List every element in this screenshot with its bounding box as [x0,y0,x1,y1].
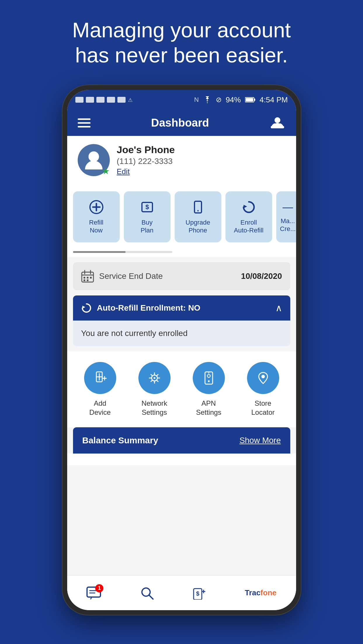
service-end-date-value: 10/08/2020 [241,272,282,281]
notification-icon-4 [107,97,115,103]
enroll-auto-refill-button[interactable]: EnrollAuto-Refill [225,191,272,242]
wifi-icon [203,96,212,103]
svg-marker-25 [82,306,85,309]
add-device-circle [84,362,116,394]
auto-refill-section: Auto-Refill Enrollment: NO ∧ You are not… [73,295,290,346]
bottom-navigation: 1 $ [67,575,296,610]
auto-refill-icon [81,303,92,313]
quick-actions-bar: RefillNow $ BuyPlan [67,184,296,249]
svg-point-3 [275,117,280,123]
store-locator-item[interactable]: StoreLocator [247,362,279,417]
svg-text:$: $ [145,203,149,211]
svg-point-42 [207,374,210,377]
user-support-icon[interactable] [270,115,285,131]
refill-nav-icon: $ [192,586,206,600]
buy-plan-icon: $ [140,200,155,215]
svg-point-6 [88,151,99,162]
svg-point-44 [208,380,210,382]
nfc-icon: N [194,96,199,104]
svg-rect-1 [254,99,255,101]
auto-refill-body: You are not currently enrolled [73,321,290,346]
messages-icon-container: 1 [86,587,101,599]
page-title: Dashboard [151,117,209,129]
search-nav-item[interactable] [140,586,154,600]
auto-refill-header[interactable]: Auto-Refill Enrollment: NO ∧ [73,295,290,321]
notification-icon-1 [75,97,84,103]
service-end-date-card: Service End Date 10/08/2020 [73,262,290,290]
svg-rect-22 [90,277,92,279]
buy-plan-label: BuyPlan [140,219,153,234]
avatar-container: ★ [78,144,110,176]
notification-icon-2 [86,97,94,103]
hero-text: Managing your account has never been eas… [0,18,363,68]
svg-line-40 [151,380,152,382]
phone-device: ⚠ N ⊘ 94% [62,85,301,615]
svg-text:$: $ [196,590,199,597]
feature-icons-section: AddDevice [67,351,296,427]
add-device-label: AddDevice [89,399,111,417]
messages-nav-item[interactable]: 1 [86,587,101,599]
nav-bar: Dashboard [67,110,296,136]
refill-nav-item[interactable]: $ [192,586,206,600]
svg-line-37 [151,374,152,376]
svg-rect-2 [246,98,253,102]
edit-profile-link[interactable]: Edit [117,167,286,176]
store-locator-circle [247,362,279,394]
svg-rect-41 [205,372,213,384]
svg-point-32 [154,377,155,379]
network-settings-circle [138,362,171,394]
svg-rect-5 [282,126,284,128]
status-bar: ⚠ N ⊘ 94% [67,90,296,110]
notification-icon-5 [117,97,126,103]
message-badge: 1 [95,584,103,592]
buy-plan-button[interactable]: $ BuyPlan [124,191,171,242]
hero-line2: has never been easier. [75,43,288,67]
status-right: N ⊘ 94% 4:54 P [194,95,288,104]
tracfone-brand-logo: Tracfone [245,588,276,597]
favorite-star-icon: ★ [102,166,110,176]
status-icons-left: ⚠ [75,97,136,103]
auto-refill-message: You are not currently enrolled [81,329,188,338]
svg-line-38 [157,380,158,382]
auto-refill-chevron-icon: ∧ [275,302,282,314]
svg-line-51 [149,595,153,599]
upgrade-phone-button[interactable]: UpgradePhone [175,191,221,242]
tracfone-logo-nav[interactable]: Tracfone [245,588,276,597]
search-icon [140,586,154,600]
refill-now-icon [89,200,104,215]
apn-settings-item[interactable]: APNSettings [193,362,225,417]
manage-credit-button[interactable]: — Ma...Cre... [276,191,296,242]
svg-rect-20 [84,277,85,279]
hamburger-menu[interactable] [78,118,91,127]
notification-icon-3 [96,97,105,103]
battery-text: 94% [226,95,241,104]
service-end-label: Service End Date [99,272,163,281]
auto-refill-title: Auto-Refill Enrollment: NO [97,303,201,313]
svg-marker-15 [244,205,247,208]
network-settings-label: NetworkSettings [141,399,167,417]
upgrade-phone-label: UpgradePhone [185,219,210,234]
warning-icon: ⚠ [128,97,136,103]
show-more-button[interactable]: Show More [239,436,281,445]
network-settings-item[interactable]: NetworkSettings [138,362,171,417]
main-content: ★ Joe's Phone (111) 222-3333 Edit [67,136,296,575]
svg-rect-21 [87,277,88,279]
bottom-spacer [67,454,296,465]
svg-rect-24 [87,279,88,281]
refill-now-button[interactable]: RefillNow [73,191,120,242]
svg-line-39 [157,374,158,376]
add-device-item[interactable]: AddDevice [84,362,116,417]
balance-summary-title: Balance Summary [82,435,158,445]
profile-section: ★ Joe's Phone (111) 222-3333 Edit [67,136,296,184]
enroll-auto-refill-label: EnrollAuto-Refill [234,219,263,234]
phone-number: (111) 222-3333 [117,157,286,166]
dnd-icon: ⊘ [216,96,222,104]
scroll-indicator [67,249,296,257]
svg-rect-4 [271,126,273,128]
apn-settings-label: APNSettings [196,399,221,417]
store-locator-label: StoreLocator [251,399,275,417]
apn-settings-circle [193,362,225,394]
enroll-auto-refill-icon [241,200,256,215]
svg-rect-23 [84,279,85,281]
balance-summary-header: Balance Summary Show More [73,427,290,454]
